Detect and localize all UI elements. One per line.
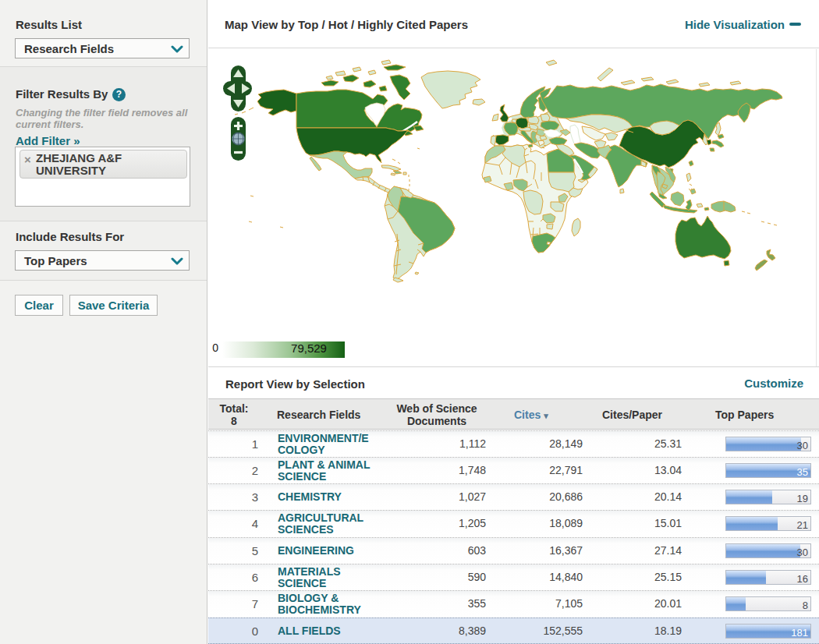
svg-text:0: 0 (212, 341, 218, 354)
svg-text:79,529: 79,529 (291, 341, 327, 355)
